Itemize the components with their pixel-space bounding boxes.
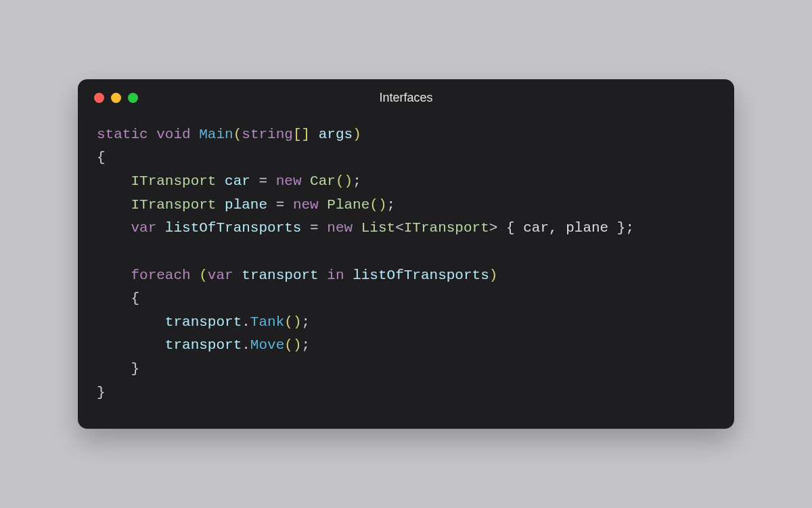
type-plane: Plane <box>327 197 369 213</box>
dot: . <box>242 337 250 353</box>
var-car: car <box>225 173 250 189</box>
brace-close: } <box>97 385 106 400</box>
keyword-new: new <box>293 197 319 213</box>
type-car: Car <box>310 173 336 189</box>
paren-open: ( <box>233 127 242 142</box>
traffic-lights <box>94 93 138 103</box>
indent <box>97 337 165 353</box>
keyword-in: in <box>327 268 344 283</box>
method-move: Move <box>250 337 284 353</box>
indent <box>97 220 131 236</box>
brace-open: { <box>97 150 106 165</box>
code-window: Interfaces static void Main(string[] arg… <box>78 79 734 429</box>
type-itransport: ITransport <box>404 220 489 236</box>
var-transport: transport <box>165 337 242 353</box>
keyword-var: var <box>208 268 233 283</box>
brackets: [] <box>293 127 310 142</box>
type-list: List <box>361 220 395 236</box>
method-tank: Tank <box>250 314 284 330</box>
semicolon: ; <box>302 337 311 353</box>
type-itransport: ITransport <box>131 173 216 189</box>
indent <box>97 291 131 306</box>
dot: . <box>242 314 250 330</box>
var-transport: transport <box>165 314 242 330</box>
indent <box>97 197 131 213</box>
space <box>191 268 200 283</box>
indent <box>97 361 131 377</box>
type-itransport: ITransport <box>131 197 216 213</box>
indent <box>97 268 131 283</box>
keyword-static: static <box>97 127 148 142</box>
op-assign: = <box>301 220 327 236</box>
semicolon: ; <box>302 314 311 330</box>
keyword-foreach: foreach <box>131 268 190 283</box>
brace-open: { <box>131 291 139 306</box>
keyword-new: new <box>276 173 302 189</box>
brace-close: } <box>131 361 139 377</box>
var-plane: plane <box>225 197 267 213</box>
window-title: Interfaces <box>78 91 734 105</box>
initializer: { car, plane }; <box>497 220 634 236</box>
indent <box>97 173 131 189</box>
op-assign: = <box>250 173 276 189</box>
parens: () <box>284 337 301 353</box>
titlebar: Interfaces <box>78 79 734 111</box>
method-main: Main <box>199 127 233 142</box>
var-listoftransports: listOfTransports <box>165 220 302 236</box>
indent <box>97 314 165 330</box>
keyword-new: new <box>327 220 353 236</box>
type-string: string <box>242 127 293 142</box>
op-assign: = <box>267 197 293 213</box>
param-args: args <box>319 127 353 142</box>
close-icon[interactable] <box>94 93 104 103</box>
code-block: static void Main(string[] args) { ITrans… <box>78 111 734 409</box>
keyword-void: void <box>156 127 190 142</box>
angle-open: < <box>395 220 404 236</box>
paren-open: ( <box>199 268 208 283</box>
var-listoftransports: listOfTransports <box>353 268 489 283</box>
maximize-icon[interactable] <box>128 93 138 103</box>
paren-close: ) <box>353 127 361 142</box>
semicolon: ; <box>387 197 396 213</box>
semicolon: ; <box>353 173 361 189</box>
parens: () <box>336 173 353 189</box>
angle-close: > <box>489 220 498 236</box>
parens: () <box>284 314 301 330</box>
keyword-var: var <box>131 220 156 236</box>
var-transport: transport <box>242 268 318 283</box>
parens: () <box>369 197 386 213</box>
paren-close: ) <box>489 268 498 283</box>
minimize-icon[interactable] <box>111 93 121 103</box>
